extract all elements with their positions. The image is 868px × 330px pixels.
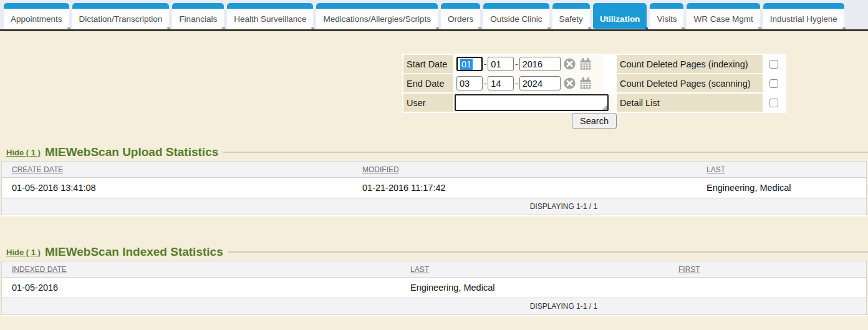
tab-label: Health Surveillance (234, 14, 306, 24)
tab-label: Medications/Allergies/Scripts (323, 14, 431, 24)
user-input-wrap (455, 94, 609, 111)
start-date-fields: 01 - 01 - 2016 (455, 55, 604, 73)
search-button[interactable]: Search (572, 114, 617, 129)
tab-medications-allergies-scripts[interactable]: Medications/Allergies/Scripts (316, 3, 438, 29)
last-value: Engineering, Medical (400, 283, 668, 293)
upload-table-header-row: CREATE DATE MODIFIED LAST (2, 162, 866, 178)
module-tab-bar: Appointments Dictation/Transcription Fin… (0, 0, 868, 29)
tab-label: Orders (448, 14, 473, 24)
tab-financials[interactable]: Financials (172, 3, 224, 29)
tab-safety[interactable]: Safety (552, 3, 590, 29)
table-row[interactable]: 01-05-2016 13:41:08 01-21-2016 11:17:42 … (2, 178, 866, 198)
count-deleted-indexing-cell (764, 55, 784, 73)
tab-appointments[interactable]: Appointments (4, 3, 69, 29)
date-separator: - (484, 59, 486, 69)
upload-section-header: Hide ( 1 ) MIEWebScan Upload Statistics (0, 143, 868, 161)
column-header-create-date[interactable]: CREATE DATE (2, 165, 352, 174)
tab-label: Safety (559, 14, 583, 24)
upload-hide-link[interactable]: Hide ( 1 ) (6, 148, 41, 157)
tab-label: Financials (179, 14, 217, 24)
detail-list-cell (764, 94, 784, 112)
tab-label: WR Case Mgmt (693, 14, 753, 24)
column-header-first[interactable]: FIRST (668, 265, 866, 274)
upload-section-title: MIEWebScan Upload Statistics (45, 145, 218, 159)
tab-dictation-transcription[interactable]: Dictation/Transcription (72, 3, 170, 29)
search-button-row: Search (402, 114, 786, 129)
tab-wr-case-mgmt[interactable]: WR Case Mgmt (687, 3, 760, 29)
count-deleted-indexing-checkbox[interactable] (769, 60, 778, 69)
end-date-calendar-icon[interactable] (579, 77, 592, 90)
section-divider-line (228, 251, 868, 253)
column-header-last[interactable]: LAST (697, 165, 866, 174)
end-date-month-input[interactable]: 03 (456, 76, 483, 90)
tabbar-divider (0, 29, 868, 31)
start-date-calendar-icon[interactable] (579, 58, 592, 70)
end-date-year-input[interactable]: 2024 (519, 76, 561, 90)
displaying-count: DISPLAYING 1-1 / 1 (530, 202, 598, 211)
start-date-year-input[interactable]: 2016 (519, 57, 561, 71)
upload-table-pagination: DISPLAYING 1-1 / 1 (2, 198, 866, 215)
form-gap (605, 74, 615, 92)
tab-visits[interactable]: Visits (650, 3, 683, 29)
modified-value: 01-21-2016 11:17:42 (352, 183, 697, 193)
start-date-day-input[interactable]: 01 (488, 57, 514, 71)
last-value: Engineering, Medical (697, 183, 866, 193)
indexed-table-header-row: INDEXED DATE LAST FIRST (2, 261, 866, 278)
column-header-modified[interactable]: MODIFIED (352, 165, 697, 174)
end-date-day-input[interactable]: 14 (488, 76, 514, 90)
indexed-hide-link[interactable]: Hide ( 1 ) (6, 248, 41, 257)
indexed-statistics-table: INDEXED DATE LAST FIRST 01-05-2016 Engin… (1, 261, 867, 315)
detail-list-label: Detail List (617, 94, 763, 112)
date-separator: - (515, 79, 518, 88)
tab-label: Dictation/Transcription (79, 14, 163, 24)
user-input[interactable] (455, 94, 609, 111)
upload-statistics-section: Hide ( 1 ) MIEWebScan Upload Statistics … (0, 143, 868, 215)
tab-industrial-hygiene[interactable]: Industrial Hygiene (763, 3, 844, 29)
indexed-section-title: MIEWebScan Indexed Statistics (45, 245, 223, 259)
indexed-table-pagination: DISPLAYING 1-1 / 1 (2, 298, 866, 314)
detail-list-checkbox[interactable] (769, 99, 778, 107)
end-date-label: End Date (403, 74, 453, 92)
tab-label: Outside Clinic (490, 14, 542, 24)
upload-statistics-table: CREATE DATE MODIFIED LAST 01-05-2016 13:… (1, 161, 867, 215)
count-deleted-scanning-checkbox[interactable] (769, 79, 778, 88)
date-separator: - (515, 59, 518, 69)
form-gap (605, 55, 615, 73)
tab-label: Industrial Hygiene (770, 14, 837, 24)
resize-grip-icon[interactable] (602, 105, 607, 110)
create-date-value: 01-05-2016 13:41:08 (2, 183, 352, 193)
column-header-indexed-date[interactable]: INDEXED DATE (2, 265, 400, 274)
start-date-label: Start Date (403, 55, 453, 73)
end-date-clear-icon[interactable] (564, 77, 576, 90)
tab-label: Visits (657, 14, 677, 24)
table-row[interactable]: 01-05-2016 Engineering, Medical (2, 278, 866, 298)
displaying-count: DISPLAYING 1-1 / 1 (530, 302, 598, 311)
end-date-fields: 03 - 14 - 2024 (455, 74, 604, 92)
date-separator: - (484, 79, 486, 88)
count-deleted-scanning-label: Count Deleted Pages (scanning) (617, 74, 763, 92)
indexed-statistics-section: Hide ( 1 ) MIEWebScan Indexed Statistics… (0, 243, 868, 315)
user-label: User (403, 94, 453, 112)
indexed-section-header: Hide ( 1 ) MIEWebScan Indexed Statistics (0, 243, 868, 261)
tab-label: Appointments (11, 14, 62, 24)
user-field-cell (455, 94, 615, 112)
selected-text: 01 (460, 59, 473, 70)
start-date-clear-icon[interactable] (564, 58, 576, 70)
tab-outside-clinic[interactable]: Outside Clinic (483, 3, 549, 29)
tab-utilization[interactable]: Utilization (593, 3, 647, 29)
count-deleted-indexing-label: Count Deleted Pages (indexing) (617, 55, 763, 73)
start-date-month-input[interactable]: 01 (456, 57, 483, 71)
count-deleted-scanning-cell (764, 74, 784, 92)
section-divider-line (223, 152, 868, 153)
column-header-last[interactable]: LAST (400, 265, 668, 274)
indexed-date-value: 01-05-2016 (2, 283, 400, 293)
utilization-search-form: Start Date 01 - 01 - 2016 Count Deleted … (402, 54, 786, 113)
tab-orders[interactable]: Orders (441, 3, 480, 29)
tab-health-surveillance[interactable]: Health Surveillance (227, 3, 313, 29)
tab-label: Utilization (600, 14, 640, 24)
